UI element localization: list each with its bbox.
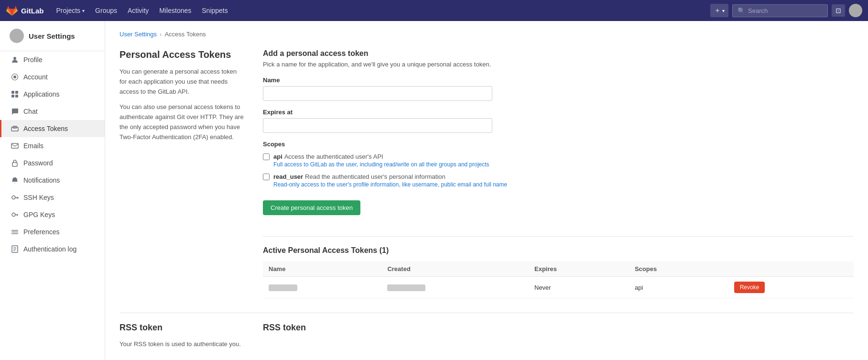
topnav-snippets[interactable]: Snippets: [197, 4, 232, 17]
form-and-tokens: Add a personal access token Pick a name …: [263, 49, 854, 298]
sidebar-item-profile[interactable]: Profile: [0, 51, 105, 68]
top-navigation: GitLab Projects ▾ Groups Activity Milest…: [0, 0, 868, 21]
topnav-groups[interactable]: Groups: [90, 4, 122, 17]
sidebar-item-label: Profile: [23, 56, 43, 64]
description-paragraph-1: You can generate a personal access token…: [119, 67, 244, 97]
svg-rect-10: [12, 163, 17, 166]
auth-log-icon: [11, 245, 19, 253]
rss-section: RSS token Your RSS token is used to auth…: [119, 313, 854, 355]
rss-left-desc: Your RSS token is used to authenticate y…: [119, 339, 244, 349]
scope-read-user-checkbox[interactable]: [263, 174, 270, 180]
password-icon: [11, 159, 19, 167]
sidebar-item-auth-log[interactable]: Authentication log: [0, 240, 105, 258]
topnav-milestones[interactable]: Milestones: [154, 4, 196, 17]
col-scopes: Scopes: [629, 262, 728, 277]
sidebar-header: User Settings: [0, 21, 105, 51]
user-avatar[interactable]: [849, 4, 862, 17]
sidebar-title: User Settings: [29, 32, 75, 40]
scope-api-checkbox[interactable]: [263, 153, 270, 160]
sidebar-item-emails[interactable]: Emails: [0, 137, 105, 154]
page-description: Personal Access Tokens You can generate …: [119, 49, 244, 298]
scope-read-user-desc: Read the authenticated user's personal i…: [305, 173, 445, 180]
scope-read-user-detail: Read-only access to the user's profile i…: [273, 181, 507, 188]
sidebar-item-applications[interactable]: Applications: [0, 86, 105, 103]
ssh-keys-icon: [11, 194, 19, 201]
create-token-button[interactable]: Create personal access token: [263, 200, 360, 215]
scope-api-desc-text: Access the authenticated user's API: [284, 153, 383, 160]
svg-rect-6: [15, 95, 18, 98]
svg-rect-3: [11, 91, 14, 94]
sidebar-item-label: Emails: [23, 142, 43, 150]
topnav-activity[interactable]: Activity: [123, 4, 153, 17]
sidebar-item-label: Authentication log: [23, 245, 76, 253]
gitlab-logo[interactable]: GitLab: [6, 4, 44, 17]
rss-wrapper: RSS token Your RSS token is used to auth…: [119, 323, 854, 355]
sidebar-item-password[interactable]: Password: [0, 154, 105, 172]
dock-toggle-button[interactable]: ⊡: [832, 4, 845, 17]
active-tokens-title: Active Personal Access Tokens (1): [263, 246, 854, 255]
revoke-button[interactable]: Revoke: [734, 282, 765, 293]
token-name-blurred: [269, 284, 297, 291]
search-box[interactable]: 🔍 Search: [732, 4, 828, 17]
token-scopes-cell: api: [629, 277, 728, 298]
breadcrumb-parent[interactable]: User Settings: [119, 31, 157, 38]
sidebar-item-account[interactable]: Account: [0, 68, 105, 86]
sidebar-item-chat[interactable]: Chat: [0, 103, 105, 120]
sidebar-item-label: Chat: [23, 108, 38, 115]
new-item-button[interactable]: ＋ ▾: [710, 4, 728, 17]
form-subtitle: Pick a name for the application, and we'…: [263, 61, 854, 68]
gitlab-logo-text: GitLab: [21, 7, 44, 15]
search-icon: 🔍: [738, 7, 745, 14]
svg-rect-20: [11, 233, 18, 234]
scope-row-api: api Access the authenticated user's API …: [263, 153, 854, 168]
topnav-right-actions: ＋ ▾ 🔍 Search ⊡: [710, 4, 862, 17]
chevron-icon: ▾: [722, 8, 725, 13]
sidebar-item-gpg-keys[interactable]: GPG Keys: [0, 206, 105, 223]
sidebar-item-access-tokens[interactable]: Access Tokens: [0, 120, 105, 137]
col-created: Created: [381, 262, 529, 277]
section-divider: [263, 236, 854, 237]
preferences-icon: [11, 228, 19, 236]
sidebar-item-notifications[interactable]: Notifications: [0, 172, 105, 189]
svg-rect-7: [11, 127, 18, 131]
sidebar-item-label: Notifications: [23, 176, 60, 184]
description-paragraph-2: You can also use personal access tokens …: [119, 102, 244, 142]
svg-point-0: [13, 57, 16, 60]
applications-icon: [11, 90, 19, 98]
main-content: User Settings › Access Tokens Personal A…: [105, 21, 868, 360]
expires-label: Expires at: [263, 109, 854, 116]
topnav-links: Projects ▾ Groups Activity Milestones Sn…: [52, 4, 711, 17]
gitlab-logo-icon: [6, 4, 18, 17]
table-header-row: Name Created Expires Scopes: [263, 262, 854, 277]
sidebar-avatar: [10, 29, 24, 43]
profile-icon: [11, 56, 19, 64]
search-placeholder: Search: [748, 7, 768, 14]
token-expires-cell: Never: [529, 277, 629, 298]
sidebar-item-preferences[interactable]: Preferences: [0, 223, 105, 240]
expires-input[interactable]: [263, 118, 492, 133]
scope-api-name: api: [273, 153, 282, 160]
active-tokens-table: Name Created Expires Scopes: [263, 262, 854, 298]
rss-right: RSS token: [263, 323, 854, 355]
scope-read-user-name: read_user: [273, 173, 303, 180]
svg-rect-4: [15, 91, 18, 94]
svg-rect-19: [11, 232, 18, 233]
topnav-projects[interactable]: Projects ▾: [52, 4, 90, 17]
svg-rect-9: [11, 143, 18, 148]
sidebar-item-label: SSH Keys: [23, 194, 54, 201]
sidebar-item-label: Applications: [23, 90, 60, 98]
sidebar: User Settings Profile Account Applicatio…: [0, 21, 105, 360]
dock-icon: ⊡: [835, 7, 841, 14]
token-created-cell: [381, 277, 529, 298]
main-content-wrapper: Personal Access Tokens You can generate …: [119, 49, 854, 298]
sidebar-item-label: Password: [23, 159, 53, 167]
rss-right-title: RSS token: [263, 323, 854, 333]
name-input[interactable]: [263, 86, 492, 101]
breadcrumb-separator: ›: [160, 31, 162, 38]
scopes-group: Scopes api Access the authenticated user…: [263, 141, 854, 188]
scope-row-read-user: read_user Read the authenticated user's …: [263, 173, 854, 188]
sidebar-item-ssh-keys[interactable]: SSH Keys: [0, 189, 105, 206]
sidebar-item-label: Account: [23, 73, 48, 81]
plus-icon: ＋: [714, 6, 721, 15]
sidebar-item-label: Preferences: [23, 228, 59, 236]
